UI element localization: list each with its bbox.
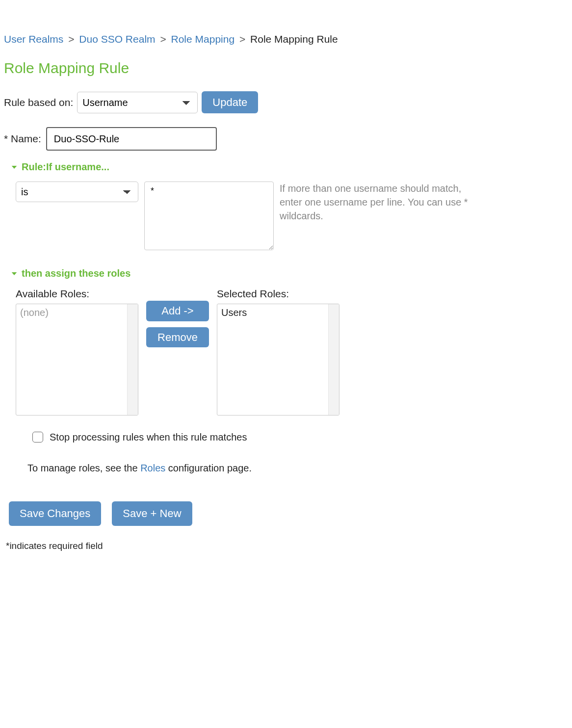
- chevron-down-icon: [10, 163, 19, 172]
- condition-textarea[interactable]: *: [144, 182, 274, 250]
- breadcrumb-sep: >: [239, 33, 245, 45]
- selected-role-item[interactable]: Users: [221, 307, 247, 318]
- scrollbar[interactable]: [328, 304, 339, 415]
- manage-roles-line: To manage roles, see the Roles configura…: [27, 463, 568, 474]
- stop-processing-row: Stop processing rules when this rule mat…: [30, 430, 568, 444]
- available-roles-label: Available Roles:: [16, 288, 138, 300]
- breadcrumb-link-user-realms[interactable]: User Realms: [4, 33, 63, 45]
- manage-roles-suffix: configuration page.: [165, 463, 252, 473]
- section-header-assign[interactable]: then assign these roles: [10, 268, 568, 279]
- rule-body: is * If more than one username should ma…: [16, 182, 568, 250]
- breadcrumb-link-duo-sso-realm[interactable]: Duo SSO Realm: [79, 33, 155, 45]
- breadcrumb-current: Role Mapping Rule: [250, 33, 338, 45]
- section-header-rule-label: Rule:If username...: [22, 161, 109, 173]
- stop-processing-checkbox[interactable]: [32, 432, 43, 442]
- available-roles-listbox[interactable]: (none): [16, 304, 138, 416]
- name-input[interactable]: [46, 127, 217, 151]
- condition-hint: If more than one username should match, …: [280, 182, 476, 223]
- page-title: Role Mapping Rule: [4, 60, 568, 77]
- update-button[interactable]: Update: [202, 91, 258, 113]
- section-header-assign-label: then assign these roles: [22, 268, 130, 279]
- selected-roles-listbox[interactable]: Users: [217, 304, 339, 416]
- condition-select[interactable]: is: [16, 182, 138, 202]
- roles-section: Available Roles: (none) Add -> Remove Se…: [16, 288, 568, 474]
- available-roles-placeholder: (none): [20, 307, 49, 318]
- scrollbar[interactable]: [127, 304, 138, 415]
- name-label: * Name:: [4, 133, 41, 145]
- required-field-note: *indicates required field: [6, 541, 568, 551]
- rule-basis-label: Rule based on:: [4, 97, 73, 108]
- section-header-rule[interactable]: Rule:If username...: [10, 161, 568, 173]
- breadcrumb-sep: >: [160, 33, 166, 45]
- save-changes-button[interactable]: Save Changes: [9, 501, 101, 525]
- add-button[interactable]: Add ->: [146, 301, 209, 321]
- remove-button[interactable]: Remove: [146, 327, 209, 347]
- manage-roles-prefix: To manage roles, see the: [27, 463, 140, 473]
- save-row: Save Changes Save + New: [9, 501, 568, 525]
- save-new-button[interactable]: Save + New: [112, 501, 192, 525]
- chevron-down-icon: [10, 269, 19, 278]
- rule-basis-row: Rule based on: Username Update: [4, 91, 568, 113]
- rule-basis-select[interactable]: Username: [77, 92, 198, 113]
- stop-processing-label: Stop processing rules when this rule mat…: [50, 432, 247, 443]
- breadcrumb-sep: >: [68, 33, 74, 45]
- breadcrumb: User Realms > Duo SSO Realm > Role Mappi…: [4, 33, 568, 45]
- selected-roles-label: Selected Roles:: [217, 288, 339, 300]
- breadcrumb-link-role-mapping[interactable]: Role Mapping: [171, 33, 235, 45]
- roles-link[interactable]: Roles: [140, 463, 165, 473]
- name-row: * Name:: [4, 127, 568, 151]
